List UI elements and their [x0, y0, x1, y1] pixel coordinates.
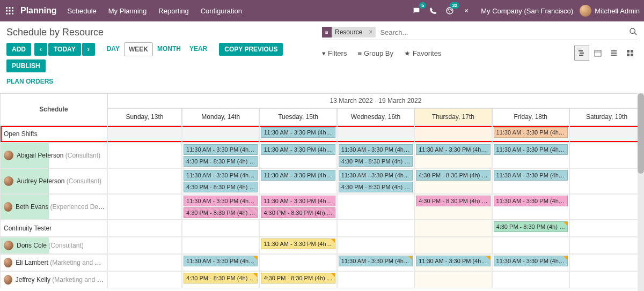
- shift-pill[interactable]: 4:30 PM - 8:30 PM (4h) …: [494, 221, 568, 232]
- grid-cell[interactable]: [259, 254, 336, 271]
- grid-cell[interactable]: 11:30 AM - 3:30 PM (4h…: [337, 254, 414, 271]
- filters-menu[interactable]: ▾ Filters: [322, 49, 347, 57]
- grid-cell[interactable]: [337, 237, 414, 254]
- scale-day[interactable]: DAY: [103, 42, 124, 56]
- resource-row[interactable]: Jeffrey Kelly (Marketing and Com…: [0, 271, 107, 288]
- grid-cell[interactable]: [414, 125, 492, 143]
- user-menu[interactable]: Mitchell Admin: [580, 5, 640, 17]
- shift-pill[interactable]: 11:30 AM - 3:30 PM (4h…: [494, 127, 568, 138]
- debug-icon[interactable]: [463, 7, 470, 14]
- shift-pill[interactable]: 11:30 AM - 3:30 PM (4h…: [339, 144, 413, 155]
- shift-pill[interactable]: 11:30 AM - 3:30 PM (4h…: [261, 170, 335, 181]
- grid-cell[interactable]: 11:30 AM - 3:30 PM (4h…: [492, 143, 569, 168]
- shift-pill[interactable]: 11:30 AM - 3:30 PM (4h…: [184, 144, 258, 155]
- search-input[interactable]: [380, 28, 629, 36]
- grid-cell[interactable]: [337, 220, 414, 237]
- grid-cell[interactable]: [569, 125, 644, 143]
- grid-cell[interactable]: 11:30 AM - 3:30 PM (4h…: [259, 143, 336, 168]
- grid-cell[interactable]: [414, 220, 492, 237]
- grid-cell[interactable]: [569, 194, 644, 220]
- add-button[interactable]: ADD: [6, 43, 31, 56]
- apps-icon[interactable]: [4, 5, 15, 16]
- grid-cell[interactable]: [492, 237, 569, 254]
- shift-pill[interactable]: 11:30 AM - 3:30 PM (4h…: [339, 256, 413, 266]
- shift-pill[interactable]: 4:30 PM - 8:30 PM (4h) …: [339, 156, 413, 167]
- view-kanban[interactable]: [623, 46, 638, 61]
- grid-cell[interactable]: 11:30 AM - 3:30 PM (4h…4:30 PM - 8:30 PM…: [182, 194, 259, 220]
- shift-pill[interactable]: 4:30 PM - 8:30 PM (4h) …: [184, 156, 258, 167]
- company-selector[interactable]: My Company (San Francisco): [481, 7, 573, 15]
- shift-pill[interactable]: 11:30 AM - 3:30 PM (4h…: [494, 256, 568, 266]
- grid-cell[interactable]: [107, 125, 182, 143]
- scale-week[interactable]: WEEK: [124, 42, 153, 56]
- grid-cell[interactable]: 11:30 AM - 3:30 PM (4h…: [259, 168, 336, 194]
- grid-cell[interactable]: 11:30 AM - 3:30 PM (4h…: [414, 254, 492, 271]
- grid-cell[interactable]: [569, 237, 644, 254]
- shift-pill[interactable]: 11:30 AM - 3:30 PM (4h…: [494, 144, 568, 155]
- today-button[interactable]: TODAY: [48, 43, 81, 56]
- view-list[interactable]: [606, 46, 621, 61]
- shift-pill[interactable]: 11:30 AM - 3:30 PM (4h…: [261, 196, 335, 206]
- grid-cell[interactable]: 11:30 AM - 3:30 PM (4h…: [182, 254, 259, 271]
- grid-cell[interactable]: [337, 271, 414, 288]
- grid-cell[interactable]: 4:30 PM - 8:30 PM (4h) …: [259, 271, 336, 288]
- resource-row[interactable]: Abigail Peterson (Consultant): [0, 143, 107, 168]
- shift-pill[interactable]: 4:30 PM - 8:30 PM (4h) …: [184, 273, 258, 283]
- next-button[interactable]: ›: [82, 43, 95, 56]
- grid-cell[interactable]: [182, 220, 259, 237]
- copy-previous-button[interactable]: COPY PREVIOUS: [219, 43, 283, 56]
- grid-cell[interactable]: 4:30 PM - 8:30 PM (4h) …: [414, 168, 492, 194]
- shift-pill[interactable]: 4:30 PM - 8:30 PM (4h) …: [261, 207, 335, 218]
- shift-pill[interactable]: 4:30 PM - 8:30 PM (4h) …: [184, 207, 258, 218]
- grid-cell[interactable]: 4:30 PM - 8:30 PM (4h) …: [182, 271, 259, 288]
- grid-cell[interactable]: [182, 237, 259, 254]
- grid-cell[interactable]: 11:30 AM - 3:30 PM (4h…: [259, 237, 336, 254]
- view-calendar[interactable]: [590, 46, 605, 61]
- facet-remove[interactable]: ×: [365, 28, 376, 36]
- grid-cell[interactable]: [107, 220, 182, 237]
- grid-cell[interactable]: [182, 125, 259, 143]
- grid-cell[interactable]: [569, 168, 644, 194]
- grid-cell[interactable]: 4:30 PM - 8:30 PM (4h) …: [492, 220, 569, 237]
- resource-row[interactable]: Eli Lambert (Marketing and Com…: [0, 254, 107, 271]
- shift-pill[interactable]: 4:30 PM - 8:30 PM (4h) …: [416, 170, 490, 181]
- grid-cell[interactable]: 11:30 AM - 3:30 PM (4h…4:30 PM - 8:30 PM…: [182, 168, 259, 194]
- resource-row[interactable]: Open Shifts: [0, 125, 107, 143]
- view-gantt[interactable]: [574, 46, 589, 61]
- grid-cell[interactable]: [107, 237, 182, 254]
- grid-cell[interactable]: 11:30 AM - 3:30 PM (4h…4:30 PM - 8:30 PM…: [182, 143, 259, 168]
- grid-cell[interactable]: [569, 271, 644, 288]
- grid-cell[interactable]: 11:30 AM - 3:30 PM (4h…: [259, 125, 336, 143]
- menu-configuration[interactable]: Configuration: [201, 7, 242, 15]
- shift-pill[interactable]: 11:30 AM - 3:30 PM (4h…: [261, 238, 335, 249]
- shift-pill[interactable]: 11:30 AM - 3:30 PM (4h…: [184, 170, 258, 181]
- resource-row[interactable]: Beth Evans (Experienced Develo…: [0, 194, 107, 220]
- menu-reporting[interactable]: Reporting: [158, 7, 188, 15]
- shift-pill[interactable]: 4:30 PM - 8:30 PM (4h) …: [184, 182, 258, 192]
- grid-cell[interactable]: [337, 194, 414, 220]
- shift-pill[interactable]: 11:30 AM - 3:30 PM (4h…: [494, 170, 568, 181]
- shift-pill[interactable]: 11:30 AM - 3:30 PM (4h…: [261, 127, 335, 138]
- favorites-menu[interactable]: ★ Favorites: [404, 49, 441, 57]
- grid-cell[interactable]: [569, 254, 644, 271]
- shift-pill[interactable]: 11:30 AM - 3:30 PM (4h…: [416, 256, 490, 266]
- grid-cell[interactable]: [414, 237, 492, 254]
- grid-cell[interactable]: [492, 271, 569, 288]
- plan-orders-button[interactable]: PLAN ORDERS: [6, 76, 53, 87]
- resource-row[interactable]: Continuity Tester: [0, 220, 107, 237]
- grid-cell[interactable]: 11:30 AM - 3:30 PM (4h…4:30 PM - 8:30 PM…: [259, 194, 336, 220]
- shift-pill[interactable]: 11:30 AM - 3:30 PM (4h…: [339, 170, 413, 181]
- shift-pill[interactable]: 4:30 PM - 8:30 PM (4h) …: [339, 182, 413, 192]
- vertical-scrollbar[interactable]: [638, 93, 644, 291]
- groupby-menu[interactable]: ≡ Group By: [357, 49, 393, 57]
- grid-cell[interactable]: [107, 143, 182, 168]
- grid-cell[interactable]: [569, 143, 644, 168]
- grid-cell[interactable]: 11:30 AM - 3:30 PM (4h…: [414, 143, 492, 168]
- grid-cell[interactable]: 11:30 AM - 3:30 PM (4h…4:30 PM - 8:30 PM…: [337, 143, 414, 168]
- grid-cell[interactable]: 11:30 AM - 3:30 PM (4h…: [492, 125, 569, 143]
- shift-pill[interactable]: 11:30 AM - 3:30 PM (4h…: [416, 144, 490, 155]
- resource-row[interactable]: Doris Cole (Consultant): [0, 237, 107, 254]
- grid-cell[interactable]: 11:30 AM - 3:30 PM (4h…: [492, 168, 569, 194]
- grid-cell[interactable]: [569, 220, 644, 237]
- grid-cell[interactable]: [107, 194, 182, 220]
